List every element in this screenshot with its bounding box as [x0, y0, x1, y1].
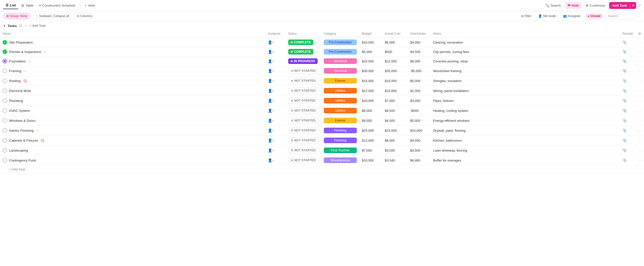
category-badge[interactable]: Utilities [324, 88, 357, 94]
more-options-icon[interactable]: ··· [638, 14, 640, 18]
receipt-clip-icon[interactable]: 📎 [622, 118, 627, 123]
closed-badge[interactable]: ● Closed [585, 13, 603, 19]
task-status-cell[interactable]: NOT STARTED [286, 86, 321, 96]
task-more-icon[interactable]: ··· [638, 149, 641, 152]
task-name[interactable]: Permits & Inspections [9, 50, 41, 54]
category-badge[interactable]: Exterior [324, 118, 357, 123]
task-name[interactable]: Site Preparation [9, 41, 33, 44]
task-receipt-cell[interactable]: 📎 [620, 106, 635, 116]
task-more-icon[interactable]: ··· [638, 139, 641, 142]
category-badge[interactable]: Finishing [324, 138, 357, 143]
task-actions-cell[interactable]: ··· [635, 136, 644, 145]
category-badge[interactable]: Exterior [324, 78, 357, 84]
task-name[interactable]: Windows & Doors [9, 119, 35, 123]
me-mode-button[interactable]: 👤 Me mode [536, 13, 558, 19]
nav-view[interactable]: + View [82, 2, 98, 9]
task-status-cell[interactable]: NOT STARTED [286, 145, 321, 155]
task-more-icon[interactable]: ··· [638, 59, 641, 63]
tasks-more-icon[interactable]: ··· [24, 23, 27, 28]
task-name[interactable]: Interior Finishing [9, 129, 34, 132]
status-badge[interactable]: COMPLETE [288, 39, 314, 45]
task-actions-cell[interactable]: ··· [635, 57, 644, 66]
task-category-cell[interactable]: Miscellaneous [321, 155, 359, 165]
status-badge[interactable]: IN PROGRESS [288, 58, 318, 64]
task-category-cell[interactable]: Exterior [321, 116, 359, 126]
assignee-add-icon[interactable]: 👤+ [268, 148, 274, 152]
status-badge[interactable]: NOT STARTED [288, 98, 318, 104]
receipt-clip-icon[interactable]: 📎 [622, 99, 627, 103]
task-status-cell[interactable]: NOT STARTED [286, 106, 321, 116]
nav-table[interactable]: ⊞ Table [19, 2, 36, 9]
group-chip[interactable]: ⊞ Group: None [4, 13, 30, 19]
task-status-cell[interactable]: COMPLETE [286, 47, 321, 57]
task-category-cell[interactable]: Utilities [321, 96, 359, 106]
category-badge[interactable]: Pre-Construction [324, 39, 357, 45]
status-badge[interactable]: NOT STARTED [288, 137, 318, 143]
receipt-clip-icon[interactable]: 📎 [622, 138, 627, 142]
add-task-row[interactable]: + Add Task [0, 165, 644, 174]
task-name[interactable]: Electrical Work [9, 89, 31, 93]
task-category-cell[interactable]: Final Touches [321, 145, 359, 155]
assignee-button[interactable]: 👥 Assignee [561, 13, 583, 19]
columns-chip[interactable]: ⊟ Columns [74, 13, 95, 19]
task-more-icon[interactable]: ··· [638, 158, 641, 162]
assignee-add-icon[interactable]: 👤+ [268, 158, 274, 162]
task-more-icon[interactable]: ··· [638, 89, 641, 93]
task-name[interactable]: Roofing [9, 79, 21, 83]
search-button[interactable]: 🔍 Search [543, 2, 563, 9]
task-receipt-cell[interactable]: 📎 [620, 57, 635, 66]
category-badge[interactable]: Structural [324, 58, 357, 64]
status-badge[interactable]: NOT STARTED [288, 88, 318, 94]
task-category-cell[interactable]: Finishing [321, 126, 359, 136]
filter-button[interactable]: ⧉ Filter [519, 13, 534, 19]
task-more-icon[interactable]: ··· [638, 41, 641, 44]
task-receipt-cell[interactable]: 📎 [620, 96, 635, 106]
expand-icon[interactable]: ⤢ [638, 3, 641, 8]
task-more-icon[interactable]: ··· [638, 119, 641, 123]
status-badge[interactable]: NOT STARTED [288, 157, 318, 163]
task-status-cell[interactable]: NOT STARTED [286, 96, 321, 106]
task-category-cell[interactable]: Utilities [321, 86, 359, 96]
assignee-add-icon[interactable]: 👤+ [268, 79, 274, 83]
task-receipt-cell[interactable]: 📎 [620, 76, 635, 86]
category-badge[interactable]: Utilities [324, 108, 357, 113]
receipt-clip-icon[interactable]: 📎 [622, 89, 627, 93]
nav-list[interactable]: ☰ List [3, 2, 18, 9]
task-receipt-cell[interactable]: 📎 [620, 126, 635, 136]
task-status-cell[interactable]: NOT STARTED [286, 66, 321, 76]
task-receipt-cell[interactable]: 📎 [620, 86, 635, 96]
task-more-icon[interactable]: ··· [638, 50, 641, 54]
category-badge[interactable]: Finishing [324, 128, 357, 133]
status-badge[interactable]: NOT STARTED [288, 127, 318, 134]
add-task-button[interactable]: Add Task ▾ [609, 2, 636, 9]
tasks-collapse-icon[interactable]: ▾ [4, 24, 5, 28]
task-receipt-cell[interactable]: 📎 [620, 47, 635, 57]
task-status-cell[interactable]: NOT STARTED [286, 136, 321, 145]
task-name[interactable]: Foundation [9, 59, 26, 63]
task-more-icon[interactable]: ··· [638, 129, 641, 132]
task-status-cell[interactable]: NOT STARTED [286, 155, 321, 165]
receipt-clip-icon[interactable]: 📎 [622, 109, 627, 113]
task-category-cell[interactable]: Pre-Construction [321, 38, 359, 47]
task-category-cell[interactable]: Pre-Construction [321, 47, 359, 57]
assignee-add-icon[interactable]: 👤+ [268, 50, 274, 54]
task-status-cell[interactable]: COMPLETE [286, 38, 321, 47]
category-badge[interactable]: Utilities [324, 98, 357, 103]
task-more-icon[interactable]: ··· [638, 99, 641, 103]
receipt-clip-icon[interactable]: 📎 [622, 69, 627, 73]
task-status-cell[interactable]: NOT STARTED [286, 76, 321, 86]
task-category-cell[interactable]: Finishing [321, 136, 359, 145]
task-name[interactable]: Plumbing [9, 99, 23, 103]
receipt-clip-icon[interactable]: 📎 [622, 79, 627, 83]
task-name[interactable]: Framing [9, 69, 21, 73]
receipt-clip-icon[interactable]: 📎 [622, 40, 627, 44]
task-name[interactable]: Landscaping [9, 149, 28, 152]
assignee-add-icon[interactable]: 👤+ [268, 40, 274, 44]
receipt-clip-icon[interactable]: 📎 [622, 59, 627, 63]
task-actions-cell[interactable]: ··· [635, 126, 644, 136]
task-status-cell[interactable]: NOT STARTED [286, 126, 321, 136]
task-category-cell[interactable]: Exterior [321, 76, 359, 86]
task-actions-cell[interactable]: ··· [635, 106, 644, 116]
category-badge[interactable]: Structural [324, 68, 357, 74]
task-category-cell[interactable]: Utilities [321, 106, 359, 116]
